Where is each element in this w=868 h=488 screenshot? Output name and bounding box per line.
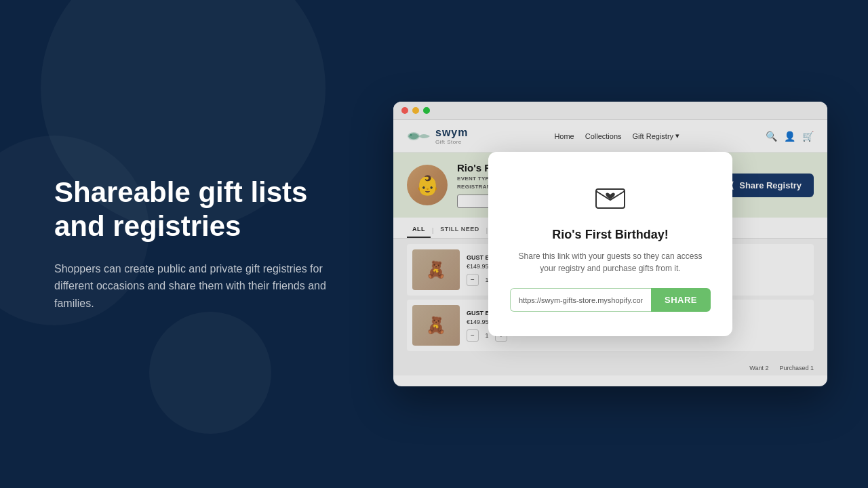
share-url-input[interactable] [510, 288, 651, 312]
left-panel: Shareable gift lists and registries Shop… [54, 176, 339, 312]
share-modal: Rio's First Birthday! Share this link wi… [488, 152, 732, 336]
main-heading: Shareable gift lists and registries [54, 176, 339, 244]
envelope-heart-icon [593, 180, 627, 214]
modal-overlay: Rio's First Birthday! Share this link wi… [393, 102, 827, 386]
modal-icon [590, 176, 631, 217]
browser-mockup: swym Gift Store Home Collections Gift Re… [393, 102, 827, 386]
modal-share-button[interactable]: SHARE [651, 288, 711, 312]
sub-text: Shoppers can create public and private g… [54, 260, 339, 312]
modal-url-row: SHARE [510, 288, 711, 312]
modal-title: Rio's First Birthday! [552, 228, 668, 242]
modal-description: Share this link with your guests so they… [515, 250, 705, 274]
